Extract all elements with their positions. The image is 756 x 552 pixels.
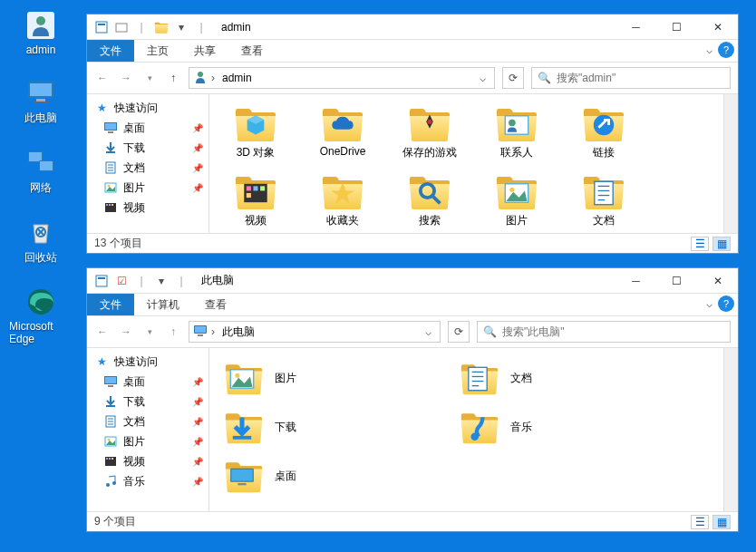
search-box[interactable]: 🔍: [477, 321, 731, 343]
addr-history-icon[interactable]: ⌵: [474, 72, 490, 84]
svg-point-33: [594, 115, 614, 135]
desktop-icon-pc[interactable]: 此电脑: [9, 76, 73, 126]
view-details-button[interactable]: ☰: [691, 515, 709, 529]
help-button[interactable]: ?: [718, 295, 734, 312]
breadcrumb-chevron-icon[interactable]: ›: [211, 325, 215, 338]
breadcrumb-segment[interactable]: admin: [218, 72, 256, 84]
folder-tile[interactable]: 文档: [456, 355, 655, 401]
view-icons-button[interactable]: ▦: [712, 515, 731, 529]
desktop-icon-user[interactable]: admin: [9, 9, 73, 56]
desktop-icon: [103, 374, 118, 389]
qat-dropdown-icon[interactable]: ▾: [152, 272, 170, 290]
sidebar-item-desktop[interactable]: 桌面 📌: [87, 118, 208, 138]
video-icon: [103, 200, 118, 215]
folder-item[interactable]: 收藏夹: [307, 169, 378, 232]
addr-history-icon[interactable]: ⌵: [420, 325, 436, 338]
doc-icon: [465, 366, 490, 392]
sidebar-item-desktop[interactable]: 桌面 📌: [87, 372, 208, 392]
view-icons-button[interactable]: ▦: [712, 237, 731, 251]
sidebar-item-video[interactable]: 视频 📌: [87, 451, 208, 471]
help-button[interactable]: ?: [718, 42, 734, 58]
sidebar-item-video[interactable]: 视频: [87, 198, 208, 218]
folder-tile[interactable]: 图片: [220, 355, 420, 401]
maximize-button[interactable]: ☐: [656, 15, 697, 40]
back-button[interactable]: ←: [94, 70, 111, 86]
content-pane[interactable]: 图片 文档 下载 音乐 桌面: [209, 348, 723, 511]
close-button[interactable]: ✕: [697, 15, 738, 40]
ribbon-expand-icon[interactable]: ⌵: [706, 44, 712, 56]
sidebar-item-download[interactable]: 下载 📌: [87, 138, 208, 158]
tab-share[interactable]: 共享: [181, 40, 228, 62]
search-input[interactable]: [502, 325, 724, 338]
address-bar[interactable]: › 此电脑 ⌵: [189, 321, 441, 343]
view-details-button[interactable]: ☰: [691, 237, 709, 251]
sidebar-item-pic[interactable]: 图片 📌: [87, 178, 208, 198]
folder-item[interactable]: 保存的游戏: [394, 102, 465, 164]
ribbon-expand-icon[interactable]: ⌵: [706, 297, 712, 310]
sidebar-item-music[interactable]: 音乐 📌: [87, 471, 208, 491]
qat-properties-icon[interactable]: [92, 18, 111, 36]
status-text: 9 个项目: [94, 514, 136, 529]
breadcrumb-chevron-icon[interactable]: ›: [211, 72, 215, 84]
folder-item[interactable]: 搜索: [394, 169, 465, 232]
folder-item[interactable]: 链接: [568, 102, 639, 164]
qat-dropdown-icon[interactable]: ▾: [172, 18, 190, 36]
svg-line-40: [433, 197, 441, 204]
folder-item[interactable]: 文档: [568, 169, 639, 232]
svg-rect-17: [105, 123, 116, 130]
address-bar[interactable]: › admin ⌵: [189, 67, 495, 89]
tab-view[interactable]: 查看: [228, 40, 276, 62]
qat-newfolder-icon[interactable]: [112, 18, 131, 36]
refresh-button[interactable]: ⟳: [448, 321, 470, 343]
folder-item[interactable]: 图片: [481, 169, 552, 232]
search-box[interactable]: 🔍: [531, 67, 731, 89]
folder-item[interactable]: 联系人: [481, 102, 552, 164]
search-input[interactable]: [557, 72, 724, 84]
breadcrumb-segment[interactable]: 此电脑: [218, 324, 258, 340]
sidebar-item-pic[interactable]: 图片 📌: [87, 431, 208, 451]
back-button[interactable]: ←: [94, 324, 111, 340]
maximize-button[interactable]: ☐: [656, 268, 697, 294]
sidebar-item-doc[interactable]: 文档 📌: [87, 412, 208, 431]
folder-item[interactable]: 3D 对象: [220, 102, 291, 164]
up-button[interactable]: ↑: [165, 324, 181, 340]
tab-view[interactable]: 查看: [192, 294, 239, 315]
qat-check-icon[interactable]: ☑: [112, 272, 131, 290]
recent-dropdown-icon[interactable]: ▾: [141, 324, 158, 340]
content-pane[interactable]: 3D 对象 OneDrive 保存的游戏 联系人 链接 视频: [209, 94, 723, 233]
tab-home[interactable]: 主页: [134, 40, 181, 62]
folder-tile[interactable]: 音乐: [456, 404, 655, 450]
folder-item[interactable]: OneDrive: [307, 102, 378, 164]
scrollbar-vertical[interactable]: [723, 94, 738, 233]
forward-button[interactable]: →: [118, 324, 134, 340]
sidebar-item-star[interactable]: ★ 快速访问: [87, 98, 208, 118]
minimize-button[interactable]: ─: [615, 268, 656, 294]
qat-folder-icon[interactable]: [152, 18, 170, 36]
status-text: 13 个项目: [94, 236, 142, 251]
minimize-button[interactable]: ─: [615, 15, 656, 40]
forward-button[interactable]: →: [118, 70, 134, 86]
tab-file[interactable]: 文件: [87, 294, 134, 315]
scrollbar-vertical[interactable]: [723, 348, 738, 511]
up-button[interactable]: ↑: [165, 70, 181, 86]
tab-computer[interactable]: 计算机: [134, 294, 192, 315]
folder-tile[interactable]: 下载: [220, 404, 420, 450]
recent-dropdown-icon[interactable]: ▾: [141, 70, 158, 86]
pin-icon: 📌: [192, 477, 203, 487]
close-button[interactable]: ✕: [697, 268, 738, 294]
folder-icon: [582, 173, 625, 209]
sidebar-item-download[interactable]: 下载 📌: [87, 392, 208, 412]
refresh-button[interactable]: ⟳: [502, 67, 524, 89]
sidebar-item-star[interactable]: ★ 快速访问: [87, 352, 208, 372]
desktop-icon-recycle[interactable]: 回收站: [9, 216, 73, 266]
recycle-icon: [24, 216, 57, 248]
tab-file[interactable]: 文件: [87, 40, 134, 62]
folder-tile[interactable]: 桌面: [220, 453, 420, 499]
desktop-icon-edge[interactable]: Microsoft Edge: [9, 286, 73, 345]
sidebar-item-doc[interactable]: 文档 📌: [87, 158, 208, 178]
qat-properties-icon[interactable]: [92, 272, 111, 290]
folder-item[interactable]: 视频: [220, 169, 291, 232]
desktop-icons: admin 此电脑 网络 回收站 Microsoft Edge: [9, 9, 73, 345]
desktop-icon-network[interactable]: 网络: [9, 146, 73, 196]
svg-point-15: [198, 72, 203, 77]
